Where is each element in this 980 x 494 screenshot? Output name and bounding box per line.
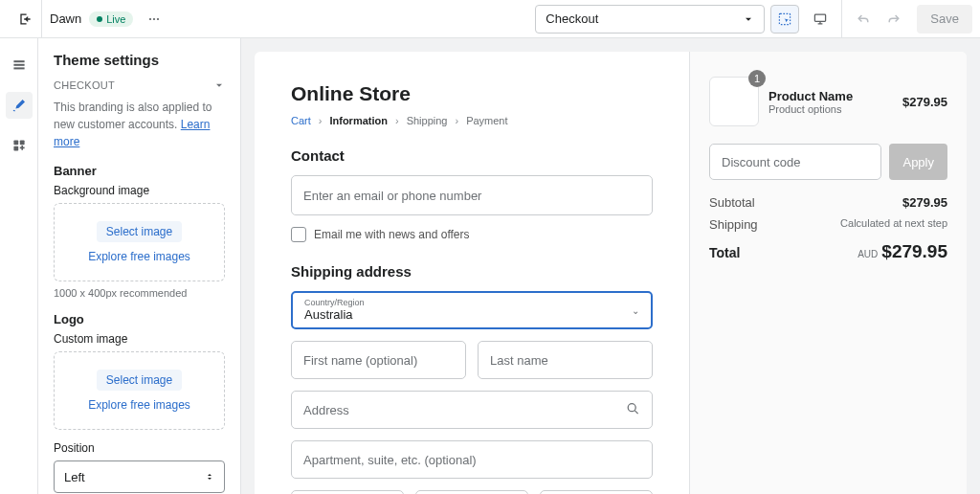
chevron-right-icon: › <box>395 115 399 126</box>
address-input[interactable]: Address <box>291 391 653 429</box>
breadcrumb-shipping: Shipping <box>407 115 448 126</box>
page-selector-value: Checkout <box>546 11 598 26</box>
select-image-button[interactable]: Select image <box>97 221 182 242</box>
exit-editor-button[interactable] <box>8 0 42 38</box>
svg-rect-4 <box>815 14 826 21</box>
chevron-right-icon: › <box>455 115 458 126</box>
undo-button[interactable] <box>850 6 877 33</box>
exit-icon <box>17 11 33 27</box>
total-row: Total AUD$279.95 <box>709 241 947 262</box>
breadcrumb-cart[interactable]: Cart <box>291 115 311 126</box>
select-image-button[interactable]: Select image <box>97 370 182 391</box>
first-name-input[interactable]: First name (optional) <box>291 341 466 379</box>
rail-sections-button[interactable] <box>6 52 33 79</box>
store-name: Online Store <box>291 82 653 105</box>
redo-icon <box>886 11 902 27</box>
select-arrows-icon <box>205 472 214 482</box>
search-icon <box>625 401 640 419</box>
chevron-down-icon <box>213 79 225 91</box>
chevron-right-icon: › <box>319 115 323 126</box>
shipping-row: Shipping Calculated at next step <box>709 217 947 232</box>
banner-hint: 1000 x 400px recommended <box>54 287 225 299</box>
cart-line-item: 1 Product Name Product options $279.95 <box>709 77 947 126</box>
product-price: $279.95 <box>902 95 947 109</box>
country-select[interactable]: Country/Region Australia ⌄ <box>291 291 653 329</box>
section-toggle-checkout[interactable]: CHECKOUT <box>54 79 225 91</box>
sections-icon <box>11 57 27 73</box>
position-label: Position <box>54 441 225 455</box>
quantity-badge: 1 <box>748 70 766 87</box>
rail-apps-button[interactable] <box>6 132 33 159</box>
dots-icon <box>146 11 162 27</box>
product-name: Product Name <box>768 89 893 103</box>
svg-point-1 <box>153 17 155 19</box>
svg-point-0 <box>149 17 151 19</box>
more-actions-button[interactable] <box>141 6 167 33</box>
apartment-input[interactable]: Apartment, suite, etc. (optional) <box>291 440 653 479</box>
paintbrush-icon <box>11 98 27 113</box>
undo-icon <box>856 11 871 27</box>
theme-name: Dawn <box>50 11 81 26</box>
svg-point-11 <box>628 404 635 412</box>
newsletter-label: Email me with news and offers <box>314 228 470 241</box>
last-name-input[interactable]: Last name <box>478 341 653 379</box>
subtotal-row: Subtotal $279.95 <box>709 195 947 210</box>
logo-position-select[interactable]: Left <box>54 460 225 493</box>
checkbox-box <box>291 227 306 242</box>
inspector-toggle[interactable] <box>770 5 799 34</box>
svg-rect-7 <box>13 67 24 69</box>
rail-theme-settings-button[interactable] <box>6 92 33 119</box>
inspector-icon <box>777 11 792 27</box>
breadcrumb-information: Information <box>329 115 388 126</box>
discount-code-input[interactable]: Discount code <box>709 144 881 180</box>
desktop-view-button[interactable] <box>807 6 834 33</box>
svg-point-2 <box>157 17 159 19</box>
redo-button[interactable] <box>880 6 907 33</box>
chevron-down-icon <box>743 13 754 25</box>
svg-rect-3 <box>780 13 791 24</box>
country-value: Australia <box>304 307 639 322</box>
svg-rect-10 <box>13 146 18 151</box>
breadcrumb: Cart › Information › Shipping › Payment <box>291 115 653 126</box>
country-label: Country/Region <box>304 298 639 307</box>
breadcrumb-payment: Payment <box>466 115 507 126</box>
apply-discount-button[interactable]: Apply <box>889 144 947 180</box>
desktop-icon <box>813 11 828 27</box>
apps-icon <box>11 138 27 153</box>
custom-image-label: Custom image <box>54 332 225 346</box>
svg-rect-5 <box>13 60 24 62</box>
svg-rect-6 <box>13 64 24 66</box>
newsletter-checkbox[interactable]: Email me with news and offers <box>291 227 653 242</box>
shipping-heading: Shipping address <box>291 263 653 280</box>
postcode-input[interactable]: Postcode <box>540 490 653 494</box>
banner-heading: Banner <box>54 164 225 178</box>
svg-rect-9 <box>19 140 24 145</box>
logo-heading: Logo <box>54 312 225 326</box>
product-thumbnail: 1 <box>709 77 759 126</box>
sidebar-title: Theme settings <box>54 52 225 68</box>
bg-image-label: Background image <box>54 184 225 197</box>
section-toggle-label: CHECKOUT <box>54 79 115 91</box>
logo-image-picker[interactable]: Select image Explore free images <box>54 351 225 430</box>
email-or-phone-input[interactable]: Enter an email or phone number <box>291 175 653 215</box>
city-input[interactable]: City <box>291 490 404 494</box>
contact-heading: Contact <box>291 147 653 164</box>
page-selector[interactable]: Checkout <box>535 5 765 34</box>
position-value: Left <box>64 470 85 484</box>
checkout-preview: Online Store Cart › Information › Shippi… <box>255 52 967 494</box>
explore-free-images-link[interactable]: Explore free images <box>88 250 190 263</box>
settings-description: This branding is also applied to new cus… <box>54 99 225 150</box>
status-badge: Live <box>89 11 133 27</box>
state-select[interactable]: State/territory ⌄ <box>415 490 528 494</box>
save-button[interactable]: Save <box>917 5 972 34</box>
explore-free-images-link[interactable]: Explore free images <box>88 398 190 412</box>
svg-rect-8 <box>13 140 18 145</box>
chevron-down-icon: ⌄ <box>632 305 639 316</box>
banner-image-picker[interactable]: Select image Explore free images <box>54 203 225 281</box>
product-options: Product options <box>768 103 893 115</box>
